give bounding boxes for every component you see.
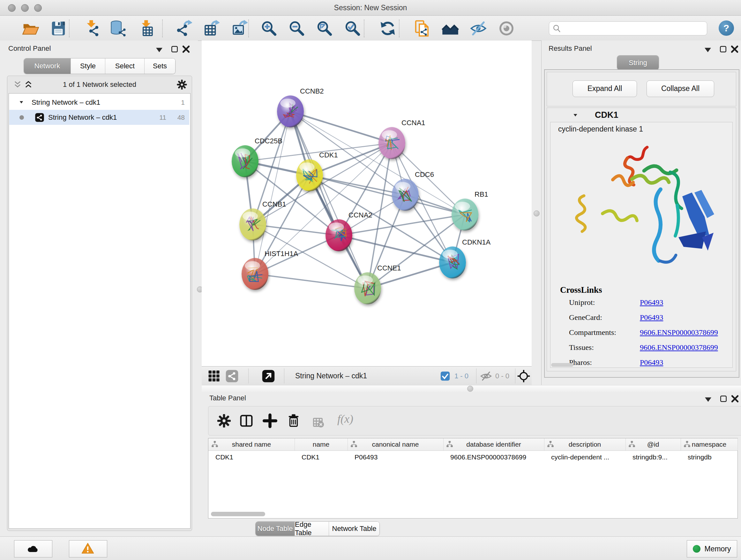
column-header[interactable]: name — [294, 438, 348, 450]
import-network-file-button[interactable] — [83, 20, 100, 37]
search-input[interactable] — [564, 22, 702, 34]
network-row[interactable]: String Network – cdk1 11 48 — [9, 110, 189, 125]
add-column-icon[interactable] — [263, 414, 277, 428]
search-box[interactable] — [549, 21, 707, 36]
column-header[interactable]: shared name — [208, 438, 295, 450]
table-panel-tabs: Node TableEdge TableNetwork Table — [255, 521, 380, 536]
crosslink-link[interactable]: P06493 — [640, 358, 663, 367]
export-image-button[interactable] — [230, 20, 248, 37]
crosslink-link[interactable]: 9606.ENSP00000378699 — [640, 343, 718, 352]
delete-column-icon[interactable] — [286, 414, 301, 428]
collection-expander-icon[interactable] — [18, 100, 24, 105]
table-cell[interactable]: CDK1 — [208, 450, 294, 464]
tab-string[interactable]: String — [617, 56, 659, 70]
close-panel-icon[interactable] — [730, 394, 740, 403]
column-header[interactable]: @id — [625, 438, 681, 450]
open-session-button[interactable] — [22, 20, 39, 37]
network-node[interactable]: RB1 — [452, 190, 488, 231]
table-cell[interactable]: cyclin-dependent ... — [544, 450, 625, 464]
crosslink-link[interactable]: P06493 — [640, 298, 663, 307]
export-table-button[interactable] — [202, 20, 219, 37]
float-panel-icon[interactable] — [170, 44, 179, 54]
horizontal-splitter[interactable] — [202, 385, 741, 392]
expand-all-button[interactable]: Expand All — [572, 80, 637, 97]
tab-network-table[interactable]: Network Table — [329, 522, 380, 536]
network-node[interactable]: CCNB1 — [239, 200, 286, 240]
collapse-all-button[interactable]: Collapse All — [647, 80, 714, 97]
import-table-button[interactable] — [138, 20, 155, 37]
zoom-fit-button[interactable] — [316, 20, 333, 37]
network-node[interactable]: CDKN1A — [439, 238, 491, 278]
table-options-gear-icon[interactable] — [217, 414, 231, 428]
home-button[interactable] — [442, 20, 459, 37]
node-section-header[interactable]: CDK1 — [547, 108, 736, 122]
column-header[interactable]: canonical name — [347, 438, 444, 450]
crosslink-link[interactable]: 9606.ENSP00000378699 — [640, 328, 718, 337]
duplicate-network-button[interactable] — [414, 20, 431, 37]
warnings-button[interactable] — [69, 540, 107, 557]
network-canvas[interactable]: CCNB2CCNA1CDC25BCDK1CDC6RB1CCNB1CCNA2CDK… — [202, 41, 532, 366]
table-hscrollbar[interactable] — [211, 512, 265, 516]
help-button[interactable]: ? — [719, 20, 734, 36]
birdseye-grid-icon[interactable] — [207, 369, 221, 383]
save-session-button[interactable] — [50, 20, 67, 37]
network-edge[interactable] — [339, 235, 453, 262]
network-collection-row[interactable]: String Network – cdk1 1 — [9, 95, 189, 110]
refresh-button[interactable] — [379, 20, 396, 37]
horizontal-splitter-grip[interactable] — [467, 386, 473, 392]
table-cell[interactable]: CDK1 — [294, 450, 347, 464]
show-hidden-button[interactable] — [498, 20, 515, 37]
network-overview-icon[interactable] — [225, 369, 239, 383]
hide-selected-button[interactable] — [470, 20, 487, 37]
network-options-gear-icon[interactable] — [177, 79, 187, 90]
results-panel-tabs: String — [617, 55, 659, 70]
table-cell[interactable]: P06493 — [347, 450, 443, 464]
cloud-button[interactable] — [14, 540, 52, 557]
network-edge[interactable] — [290, 111, 367, 288]
section-expander-icon[interactable] — [572, 112, 579, 118]
show-columns-icon[interactable] — [239, 414, 254, 428]
network-edge[interactable] — [310, 175, 405, 195]
column-header[interactable]: database identifier — [443, 438, 544, 450]
detach-view-icon[interactable] — [262, 369, 275, 383]
column-header[interactable]: description — [544, 438, 626, 450]
network-node[interactable]: HIST1H1A — [242, 250, 298, 290]
tab-network[interactable]: Network — [24, 58, 71, 74]
edge-count: 48 — [169, 110, 185, 125]
float-panel-icon[interactable] — [719, 394, 728, 403]
results-hscrollbar[interactable] — [551, 363, 574, 367]
table-cell[interactable]: stringdb:9... — [625, 450, 681, 464]
network-node[interactable]: CDK1 — [296, 151, 338, 191]
tab-style[interactable]: Style — [71, 58, 106, 74]
right-splitter-grip[interactable] — [534, 210, 540, 216]
selected-checkbox-icon[interactable] — [440, 371, 451, 381]
network-node[interactable]: CCNB2 — [277, 87, 324, 127]
column-header[interactable]: namespace — [681, 438, 738, 450]
import-network-database-button[interactable] — [110, 20, 127, 37]
close-panel-icon[interactable] — [181, 44, 191, 54]
panel-menu-icon[interactable] — [703, 395, 713, 404]
float-panel-icon[interactable] — [718, 44, 728, 54]
zoom-in-button[interactable] — [260, 20, 278, 37]
tab-sets[interactable]: Sets — [145, 58, 175, 74]
export-network-button[interactable] — [175, 20, 192, 37]
hidden-eye-icon[interactable] — [480, 370, 492, 382]
panel-menu-icon[interactable] — [154, 45, 164, 55]
zoom-selected-button[interactable] — [344, 20, 361, 37]
network-node[interactable]: CCNE1 — [354, 264, 401, 304]
close-panel-icon[interactable] — [730, 44, 739, 54]
tab-select[interactable]: Select — [105, 58, 145, 74]
tab-edge-table[interactable]: Edge Table — [295, 522, 329, 536]
panel-menu-icon[interactable] — [703, 45, 713, 55]
table-cell[interactable]: 9606.ENSP00000378699 — [443, 450, 544, 464]
tab-node-table[interactable]: Node Table — [256, 522, 295, 536]
network-edge[interactable] — [255, 274, 367, 288]
table-cell[interactable]: stringdb — [681, 450, 738, 464]
fit-selected-crosshair-icon[interactable] — [517, 369, 530, 383]
crosslink-link[interactable]: P06493 — [640, 313, 663, 322]
network-edge[interactable] — [290, 111, 392, 143]
network-node[interactable]: CCNA1 — [379, 119, 425, 159]
memory-button[interactable]: Memory — [687, 540, 737, 557]
table-row[interactable]: CDK1CDK1P064939606.ENSP00000378699cyclin… — [208, 450, 738, 464]
zoom-out-button[interactable] — [288, 20, 306, 37]
